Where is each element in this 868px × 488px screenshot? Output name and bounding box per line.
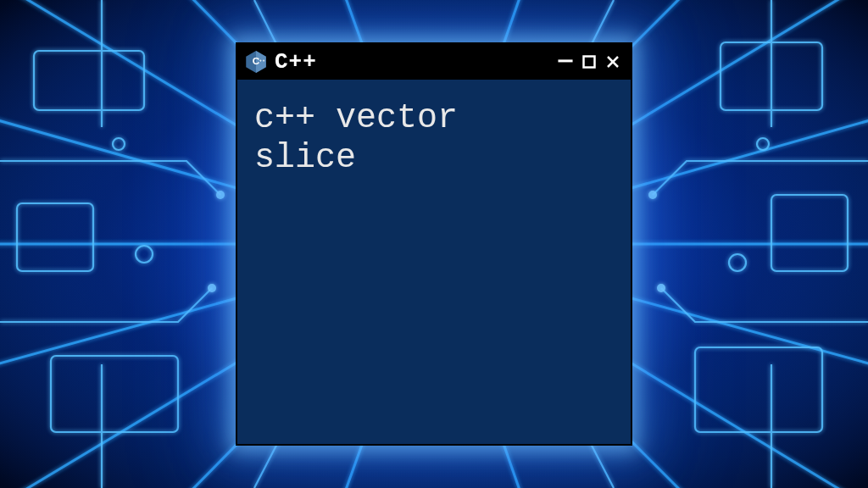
svg-point-12 — [648, 191, 657, 199]
svg-text:+: + — [263, 58, 265, 63]
content-line-1: c++ vector — [254, 98, 614, 138]
minimize-button[interactable] — [556, 47, 575, 66]
content-line-2: slice — [254, 138, 614, 178]
cpp-logo-icon: C + + — [244, 50, 268, 74]
svg-point-11 — [216, 191, 225, 199]
maximize-button[interactable] — [580, 53, 598, 71]
window-title: C++ — [275, 49, 549, 75]
window-controls — [556, 53, 622, 71]
terminal-window: C + + C++ c++ vector slice — [236, 42, 632, 446]
svg-text:C: C — [253, 55, 260, 66]
terminal-content: c++ vector slice — [237, 80, 631, 444]
close-button[interactable] — [604, 53, 622, 71]
title-bar[interactable]: C + + C++ — [237, 44, 631, 80]
svg-point-14 — [657, 284, 665, 292]
svg-text:+: + — [259, 58, 262, 63]
svg-rect-25 — [584, 57, 595, 68]
svg-point-13 — [208, 284, 216, 292]
